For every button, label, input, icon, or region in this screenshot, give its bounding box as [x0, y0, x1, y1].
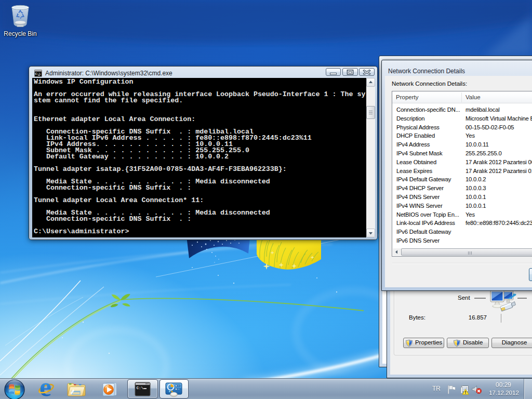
svg-text:C:\: C:\: [137, 386, 144, 390]
svg-text:e: e: [39, 381, 51, 397]
